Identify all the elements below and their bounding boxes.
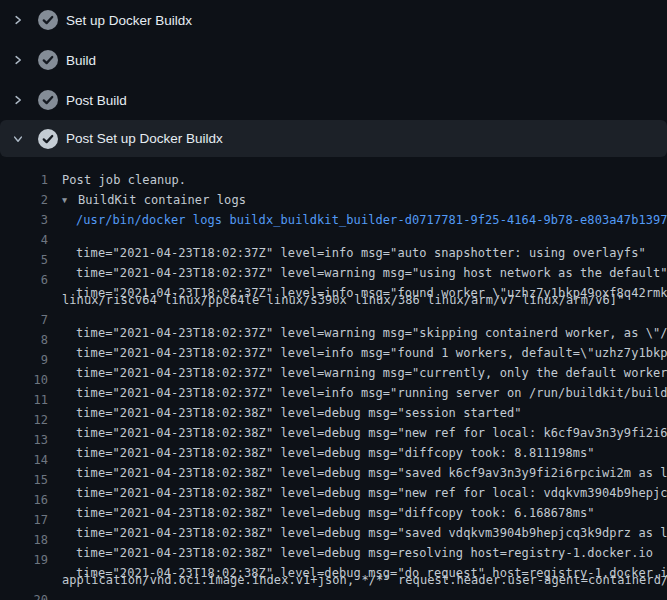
line-number-link[interactable]: 7 [0,310,48,330]
log-row: 3 /usr/bin/docker logs buildx_buildkit_b… [0,210,667,230]
log-line-text: ▼BuildKit container logs [62,190,246,210]
line-number-link[interactable]: 17 [0,510,48,530]
line-number-link[interactable]: 5 [0,250,48,270]
step-label: Post Set up Docker Buildx [66,131,223,146]
log-line-text: time="2021-04-23T18:02:38Z" level=debug … [76,530,653,550]
log-row: 10 time="2021-04-23T18:02:37Z" level=inf… [0,370,667,390]
line-number-link[interactable]: 16 [0,490,48,510]
check-circle-icon [38,10,58,30]
chevron-right-icon[interactable] [10,92,26,108]
log-row: 2 ▼BuildKit container logs [0,190,667,210]
line-number-link[interactable]: 12 [0,410,48,430]
log-line-text: time="2021-04-23T18:02:37Z" level=warnin… [76,310,667,330]
log-line-text: time="2021-04-23T18:02:38Z" level=debug … [76,410,667,430]
chevron-down-icon[interactable] [10,131,26,147]
log-line-text: time="2021-04-23T18:02:37Z" level=info m… [76,230,646,250]
line-number-link[interactable]: 14 [0,450,48,470]
line-number-link[interactable]: 10 [0,370,48,390]
group-toggle-icon[interactable]: ▼ [62,190,78,210]
log-line-text: time="2021-04-23T18:02:37Z" level=info m… [76,270,667,290]
log-line-text: time="2021-04-23T18:02:38Z" level=debug … [76,490,595,510]
log-line-text: time="2021-04-23T18:02:38Z" level=debug … [76,470,667,490]
log-row: 19 time="2021-04-23T18:02:38Z" level=deb… [0,550,667,570]
workflow-log-viewer: Set up Docker Buildx Build Post Build Po… [0,0,667,600]
log-line-text: /usr/bin/docker logs buildx_buildkit_bui… [76,210,667,230]
log-row: application/vnd.oci.image.index.v1+json,… [0,570,667,590]
log-row: 13 time="2021-04-23T18:02:38Z" level=deb… [0,430,667,450]
log-row: 20 time="2021-04-23T18:02:38Z" level=deb… [0,590,667,600]
log-line-text: time="2021-04-23T18:02:37Z" level=warnin… [76,250,667,270]
line-number-link[interactable]: 3 [0,210,48,230]
line-number-link[interactable]: 1 [0,170,48,190]
log-row: 15 time="2021-04-23T18:02:38Z" level=deb… [0,470,667,490]
log-line-text: linux/riscv64 linux/ppc64le linux/s390x … [62,290,624,310]
line-number-link[interactable]: 20 [0,590,48,600]
log-row: 18 time="2021-04-23T18:02:38Z" level=deb… [0,530,667,550]
line-number-link[interactable]: 8 [0,330,48,350]
log-row: 17 time="2021-04-23T18:02:38Z" level=deb… [0,510,667,530]
step-label: Build [66,53,96,68]
log-line-text: time="2021-04-23T18:02:37Z" level=info m… [76,330,667,350]
log-row: 16 time="2021-04-23T18:02:38Z" level=deb… [0,490,667,510]
step-label: Set up Docker Buildx [66,13,192,28]
log-line-text: time="2021-04-23T18:02:38Z" level=debug … [76,430,595,450]
line-number-link[interactable]: 11 [0,390,48,410]
line-number-link[interactable]: 13 [0,430,48,450]
log-row: linux/riscv64 linux/ppc64le linux/s390x … [0,290,667,310]
line-number-link[interactable] [0,290,48,310]
log-line-text: time="2021-04-23T18:02:38Z" level=debug … [76,450,667,470]
step-row-setup-docker-buildx[interactable]: Set up Docker Buildx [0,0,667,40]
step-row-post-setup-docker-buildx[interactable]: Post Set up Docker Buildx [0,120,667,157]
log-line-text: time="2021-04-23T18:02:38Z" level=debug … [76,550,667,570]
step-label: Post Build [66,93,127,108]
line-number-link[interactable]: 18 [0,530,48,550]
chevron-right-icon[interactable] [10,52,26,68]
log-row: 9 time="2021-04-23T18:02:37Z" level=warn… [0,350,667,370]
line-number-link[interactable]: 4 [0,230,48,250]
line-number-link[interactable]: 15 [0,470,48,490]
log-line-text: time="2021-04-23T18:02:38Z" level=debug … [76,590,667,600]
chevron-right-icon[interactable] [10,12,26,28]
line-number-link[interactable]: 19 [0,550,48,570]
log-row: 14 time="2021-04-23T18:02:38Z" level=deb… [0,450,667,470]
check-circle-icon [38,90,58,110]
log-row: 7 time="2021-04-23T18:02:37Z" level=warn… [0,310,667,330]
check-circle-icon [38,50,58,70]
log-row: 4 time="2021-04-23T18:02:37Z" level=info… [0,230,667,250]
line-number-link[interactable]: 9 [0,350,48,370]
log-line-text: application/vnd.oci.image.index.v1+json,… [62,570,667,590]
log-row: 5 time="2021-04-23T18:02:37Z" level=warn… [0,250,667,270]
log-line-text: time="2021-04-23T18:02:37Z" level=info m… [76,370,667,390]
log-row: 1 Post job cleanup. [0,170,667,190]
line-number-link[interactable]: 6 [0,270,48,290]
log-row: 6 time="2021-04-23T18:02:37Z" level=info… [0,270,667,290]
line-number-link[interactable]: 2 [0,190,48,210]
step-row-build[interactable]: Build [0,40,667,80]
log-line-text: time="2021-04-23T18:02:38Z" level=debug … [76,510,667,530]
log-line-text: time="2021-04-23T18:02:37Z" level=warnin… [76,350,667,370]
log-lines-container: 1 Post job cleanup. 2 ▼BuildKit containe… [0,157,667,600]
log-line-text: time="2021-04-23T18:02:38Z" level=debug … [76,390,522,410]
line-number-link[interactable] [0,570,48,590]
log-line-text: Post job cleanup. [62,170,186,190]
log-row: 12 time="2021-04-23T18:02:38Z" level=deb… [0,410,667,430]
check-circle-icon [38,129,58,149]
log-row: 8 time="2021-04-23T18:02:37Z" level=info… [0,330,667,350]
step-row-post-build[interactable]: Post Build [0,80,667,120]
